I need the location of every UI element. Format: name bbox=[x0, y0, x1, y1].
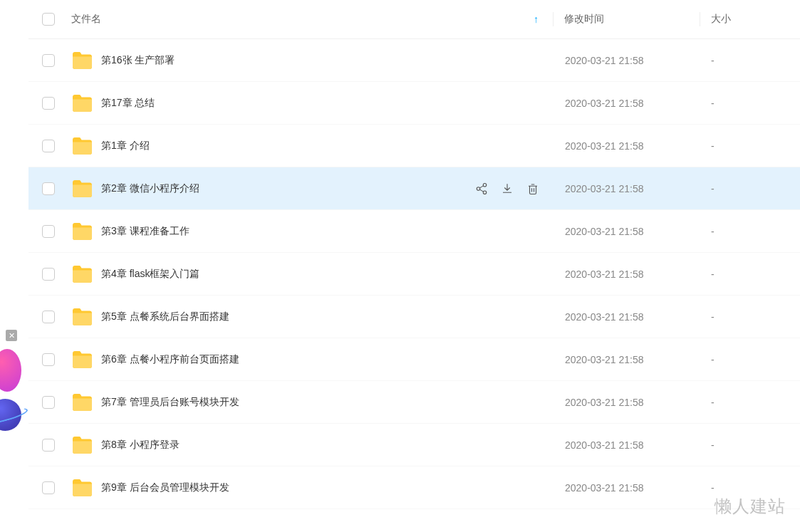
avatar-blob-icon bbox=[0, 349, 21, 392]
row-time-cell: 2020-03-21 21:58 bbox=[554, 397, 700, 408]
file-row[interactable]: 第3章 课程准备工作 2020-03-21 21:58 - bbox=[28, 210, 800, 253]
row-name-cell[interactable]: 第3章 课程准备工作 bbox=[68, 222, 554, 241]
header-size-column[interactable]: 大小 bbox=[700, 13, 800, 26]
row-name-cell[interactable]: 第1章 介绍 bbox=[68, 137, 554, 155]
folder-icon bbox=[71, 308, 93, 326]
file-name-text: 第5章 点餐系统后台界面搭建 bbox=[101, 311, 229, 323]
row-time-cell: 2020-03-21 21:58 bbox=[554, 140, 700, 152]
size-text: - bbox=[711, 482, 715, 494]
row-checkbox[interactable] bbox=[42, 396, 55, 409]
row-time-cell: 2020-03-21 21:58 bbox=[554, 268, 700, 280]
row-time-cell: 2020-03-21 21:58 bbox=[554, 311, 700, 323]
time-text: 2020-03-21 21:58 bbox=[565, 397, 644, 408]
time-text: 2020-03-21 21:58 bbox=[565, 268, 644, 280]
file-row[interactable]: 第6章 点餐小程序前台页面搭建 2020-03-21 21:58 - bbox=[28, 338, 800, 381]
row-name-cell[interactable]: 第2章 微信小程序介绍 bbox=[68, 179, 554, 198]
folder-icon bbox=[71, 51, 93, 70]
row-name-cell[interactable]: 第8章 小程序登录 bbox=[68, 436, 554, 454]
file-row[interactable]: 第9章 后台会员管理模块开发 2020-03-21 21:58 - bbox=[28, 466, 800, 509]
folder-icon bbox=[71, 179, 93, 198]
row-checkbox[interactable] bbox=[42, 268, 55, 281]
row-name-cell[interactable]: 第17章 总结 bbox=[68, 94, 554, 113]
row-checkbox[interactable] bbox=[42, 225, 55, 238]
time-text: 2020-03-21 21:58 bbox=[565, 482, 644, 494]
delete-icon[interactable] bbox=[526, 182, 540, 196]
file-row[interactable]: 第4章 flask框架入门篇 2020-03-21 21:58 - bbox=[28, 253, 800, 296]
row-time-cell: 2020-03-21 21:58 bbox=[554, 439, 700, 451]
folder-icon bbox=[71, 137, 93, 155]
header-name-label: 文件名 bbox=[71, 13, 101, 26]
folder-icon bbox=[71, 436, 93, 454]
size-text: - bbox=[711, 268, 715, 280]
sort-ascending-icon[interactable]: ↑ bbox=[534, 14, 539, 25]
row-name-cell[interactable]: 第7章 管理员后台账号模块开发 bbox=[68, 393, 554, 412]
size-text: - bbox=[711, 226, 715, 237]
watermark-text: 懒人建站 bbox=[715, 495, 786, 518]
svg-line-19 bbox=[479, 189, 483, 192]
row-name-cell[interactable]: 第6章 点餐小程序前台页面搭建 bbox=[68, 350, 554, 369]
row-name-cell[interactable]: 第16张 生产部署 bbox=[68, 51, 554, 70]
row-size-cell: - bbox=[700, 482, 800, 494]
row-checkbox-cell bbox=[28, 311, 68, 323]
file-name-text: 第17章 总结 bbox=[101, 97, 155, 110]
file-row[interactable]: 第16张 生产部署 2020-03-21 21:58 - bbox=[28, 39, 800, 82]
file-name-text: 第8章 小程序登录 bbox=[101, 439, 180, 452]
row-checkbox[interactable] bbox=[42, 140, 55, 152]
file-name-text: 第16张 生产部署 bbox=[101, 54, 175, 67]
header-time-column[interactable]: 修改时间 bbox=[554, 13, 700, 26]
size-text: - bbox=[711, 98, 715, 109]
svg-line-18 bbox=[479, 185, 483, 187]
row-size-cell: - bbox=[700, 55, 800, 66]
row-checkbox-cell bbox=[28, 268, 68, 281]
row-checkbox-cell bbox=[28, 140, 68, 152]
size-text: - bbox=[711, 311, 715, 323]
file-row[interactable]: 第7章 管理员后台账号模块开发 2020-03-21 21:58 - bbox=[28, 381, 800, 424]
header-time-label: 修改时间 bbox=[564, 13, 604, 24]
size-text: - bbox=[711, 397, 715, 408]
folder-icon bbox=[71, 222, 93, 241]
file-row[interactable]: 第2章 微信小程序介绍 2020-03-21 21:58 - bbox=[28, 167, 800, 210]
file-name-text: 第4章 flask框架入门篇 bbox=[101, 268, 199, 281]
file-row[interactable]: 第1章 介绍 2020-03-21 21:58 - bbox=[28, 125, 800, 167]
folder-icon bbox=[71, 479, 93, 497]
row-checkbox[interactable] bbox=[42, 353, 55, 366]
row-checkbox[interactable] bbox=[42, 54, 55, 67]
row-checkbox[interactable] bbox=[42, 439, 55, 452]
row-time-cell: 2020-03-21 21:58 bbox=[554, 482, 700, 494]
file-row[interactable]: 第8章 小程序登录 2020-03-21 21:58 - bbox=[28, 424, 800, 466]
file-row[interactable]: 第17章 总结 2020-03-21 21:58 - bbox=[28, 82, 800, 125]
folder-icon bbox=[71, 393, 93, 412]
row-size-cell: - bbox=[700, 354, 800, 365]
row-time-cell: 2020-03-21 21:58 bbox=[554, 226, 700, 237]
row-name-cell[interactable]: 第5章 点餐系统后台界面搭建 bbox=[68, 308, 554, 326]
select-all-checkbox[interactable] bbox=[42, 13, 55, 26]
row-name-cell[interactable]: 第9章 后台会员管理模块开发 bbox=[68, 479, 554, 497]
folder-icon bbox=[71, 265, 93, 283]
time-text: 2020-03-21 21:58 bbox=[565, 226, 644, 237]
row-time-cell: 2020-03-21 21:58 bbox=[554, 55, 700, 66]
row-size-cell: - bbox=[700, 140, 800, 152]
row-actions bbox=[474, 182, 540, 196]
row-checkbox[interactable] bbox=[42, 97, 55, 110]
row-size-cell: - bbox=[700, 311, 800, 323]
time-text: 2020-03-21 21:58 bbox=[565, 140, 644, 152]
time-text: 2020-03-21 21:58 bbox=[565, 354, 644, 365]
file-name-text: 第1章 介绍 bbox=[101, 140, 150, 152]
row-checkbox[interactable] bbox=[42, 311, 55, 323]
header-name-column[interactable]: 文件名 ↑ bbox=[68, 13, 553, 26]
row-size-cell: - bbox=[700, 439, 800, 451]
size-text: - bbox=[711, 140, 715, 152]
header-checkbox-cell bbox=[28, 13, 68, 26]
row-name-cell[interactable]: 第4章 flask框架入门篇 bbox=[68, 265, 554, 283]
time-text: 2020-03-21 21:58 bbox=[565, 439, 644, 451]
row-checkbox[interactable] bbox=[42, 182, 55, 195]
share-icon[interactable] bbox=[474, 182, 489, 196]
row-checkbox[interactable] bbox=[42, 481, 55, 494]
folder-icon bbox=[71, 94, 93, 113]
close-badge-icon[interactable]: ✕ bbox=[6, 330, 17, 341]
download-icon[interactable] bbox=[500, 182, 514, 196]
row-time-cell: 2020-03-21 21:58 bbox=[554, 183, 700, 194]
file-name-text: 第7章 管理员后台账号模块开发 bbox=[101, 396, 239, 409]
file-row[interactable]: 第5章 点餐系统后台界面搭建 2020-03-21 21:58 - bbox=[28, 296, 800, 338]
size-text: - bbox=[711, 55, 715, 66]
